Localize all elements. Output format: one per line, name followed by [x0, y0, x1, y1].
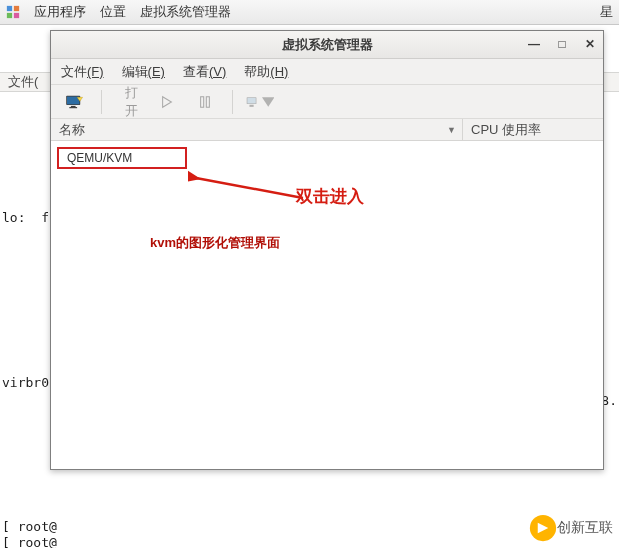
apps-menu-icon [6, 5, 20, 19]
svg-rect-15 [206, 96, 209, 107]
column-header-name[interactable]: 名称 ▼ [51, 119, 463, 140]
term-line-virbr: virbr0 [2, 375, 49, 390]
window-controls: — □ ✕ [525, 35, 599, 53]
window-maximize-button[interactable]: □ [553, 35, 571, 53]
background-file-menu: 文件( [8, 73, 38, 91]
menu-view[interactable]: 查看(V) [183, 63, 226, 81]
connection-row-qemu-kvm[interactable]: QEMU/KVM [57, 147, 187, 169]
open-button-label: 打开 [125, 84, 138, 120]
taskbar-clock-partial: 星 [600, 3, 613, 21]
chevron-down-icon [262, 95, 275, 109]
svg-rect-6 [71, 105, 76, 106]
desktop-taskbar: 应用程序 位置 虚拟系统管理器 星 [0, 0, 619, 25]
sort-indicator-icon: ▼ [447, 125, 456, 135]
window-title: 虚拟系统管理器 [282, 36, 373, 54]
watermark-icon [529, 514, 557, 542]
shutdown-vm-button[interactable] [245, 89, 275, 115]
svg-marker-19 [262, 97, 275, 106]
toolbar: 打开 [51, 85, 603, 119]
window-minimize-button[interactable]: — [525, 35, 543, 53]
connection-label: QEMU/KVM [67, 151, 132, 165]
svg-line-21 [196, 178, 303, 198]
watermark-text: 创新互联 [557, 519, 613, 537]
term-line-root2: [ root@ [2, 535, 57, 548]
svg-rect-14 [201, 96, 204, 107]
taskbar-locations[interactable]: 位置 [100, 3, 126, 21]
shutdown-icon [246, 95, 259, 109]
toolbar-separator [101, 90, 102, 114]
svg-rect-18 [249, 104, 253, 106]
column-header-cpu[interactable]: CPU 使用率 [463, 119, 603, 140]
svg-rect-2 [7, 13, 12, 18]
pause-icon [196, 95, 214, 109]
menu-edit[interactable]: 编辑(E) [122, 63, 165, 81]
play-icon [158, 95, 176, 109]
monitor-new-icon [65, 95, 83, 109]
svg-marker-13 [163, 96, 172, 107]
term-line-root1: [ root@ [2, 519, 57, 534]
watermark: 创新互联 [529, 514, 613, 542]
toolbar-separator-2 [232, 90, 233, 114]
window-titlebar[interactable]: 虚拟系统管理器 — □ ✕ [51, 31, 603, 59]
new-vm-button[interactable] [59, 89, 89, 115]
annotation-caption: kvm的图形化管理界面 [150, 234, 280, 252]
window-close-button[interactable]: ✕ [581, 35, 599, 53]
menu-help[interactable]: 帮助(H) [244, 63, 288, 81]
column-headers: 名称 ▼ CPU 使用率 [51, 119, 603, 141]
pause-vm-button[interactable] [190, 89, 220, 115]
taskbar-apps[interactable]: 应用程序 [34, 3, 86, 21]
annotation-double-click: 双击进入 [296, 185, 364, 208]
run-vm-button[interactable] [152, 89, 182, 115]
taskbar-active-app[interactable]: 虚拟系统管理器 [140, 3, 231, 21]
annotation-arrow [188, 170, 308, 210]
svg-rect-1 [14, 6, 19, 11]
menu-file[interactable]: 文件(F) [61, 63, 104, 81]
svg-rect-0 [7, 6, 12, 11]
svg-rect-7 [69, 107, 77, 108]
menubar: 文件(F) 编辑(E) 查看(V) 帮助(H) [51, 59, 603, 85]
svg-rect-17 [247, 97, 255, 103]
svg-rect-3 [14, 13, 19, 18]
open-vm-button[interactable]: 打开 [114, 89, 144, 115]
term-line-lo: lo: fl [2, 210, 57, 225]
virt-manager-window: 虚拟系统管理器 — □ ✕ 文件(F) 编辑(E) 查看(V) 帮助(H) 打开 [50, 30, 604, 470]
